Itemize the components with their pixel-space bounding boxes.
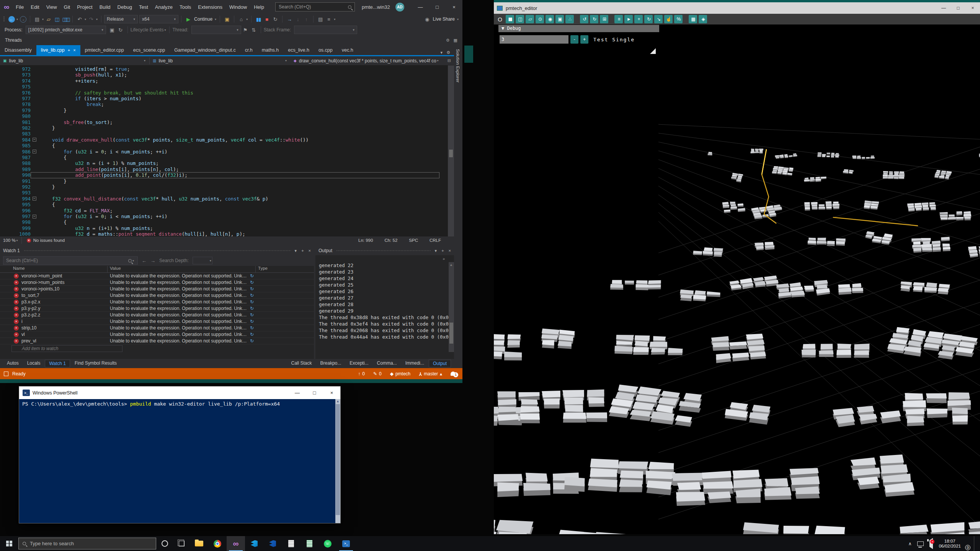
menu-file[interactable]: File <box>12 3 27 11</box>
panel-tab-Locals[interactable]: Locals <box>23 360 44 367</box>
steps-input[interactable]: 3 <box>500 35 568 44</box>
taskbar-search[interactable]: Type here to search <box>18 538 156 549</box>
panel-tab-Excepti...[interactable]: Excepti... <box>346 360 372 367</box>
watch-row[interactable]: ×iUnable to evaluate the expression. Ope… <box>0 318 314 325</box>
menu-test[interactable]: Test <box>136 3 152 11</box>
menu-git[interactable]: Git <box>60 3 74 11</box>
chrome-button[interactable] <box>208 536 227 551</box>
3d-viewport[interactable]: ▼ Debug 3 - + Test Single <box>494 24 980 534</box>
restart-icon[interactable]: ↻ <box>271 15 279 23</box>
panel-tab-Autos[interactable]: Autos <box>3 360 23 367</box>
network-icon[interactable] <box>917 541 924 546</box>
tab-Disassembly[interactable]: Disassembly <box>0 45 36 55</box>
select-icon[interactable]: ► <box>624 15 633 23</box>
pending-edits[interactable]: ✎ 0 <box>373 371 382 377</box>
fold-marker-icon[interactable]: − <box>33 150 36 153</box>
branch-indicator[interactable]: Y master ▴ <box>419 371 442 377</box>
maximize-button[interactable]: □ <box>429 0 446 14</box>
overflow-chevron-icon[interactable]: » <box>443 257 445 261</box>
search-depth-dropdown[interactable]: ▾ <box>193 257 212 264</box>
powershell-button[interactable]: >_ <box>337 536 355 551</box>
grab-icon[interactable]: ☝ <box>664 15 673 23</box>
tab-ecs_scene.cpp[interactable]: ecs_scene.cpp <box>129 45 170 55</box>
continue-button[interactable]: Continue <box>194 16 212 22</box>
whatsapp-button[interactable]: ☏ <box>318 536 337 551</box>
tab-cr.h[interactable]: cr.h <box>240 45 257 55</box>
physics-icon[interactable]: ∴ <box>565 15 574 23</box>
debug-panel-header[interactable]: ▼ Debug <box>498 25 659 32</box>
pin-icon[interactable]: + <box>68 48 70 52</box>
watch-row[interactable]: ×vlUnable to evaluate the expression. Op… <box>0 331 314 338</box>
watch-row[interactable]: ×voronoi->num_pointsUnable to evaluate t… <box>0 279 314 286</box>
minimize-button[interactable]: — <box>936 2 951 14</box>
navigate-back-icon[interactable]: ← <box>8 16 15 23</box>
attach-process-icon[interactable]: ▣ <box>223 15 231 23</box>
watch-row[interactable]: ×voronoi->num_pointUnable to evaluate th… <box>0 273 314 279</box>
powershell-scrollbar[interactable]: ▲ <box>335 399 340 523</box>
menu-help[interactable]: Help <box>250 3 268 11</box>
pause-icon[interactable]: ▮▮ <box>506 15 514 23</box>
undo-icon[interactable]: ↶ <box>76 15 83 23</box>
pin-icon[interactable]: + <box>441 248 444 253</box>
hot-reload-icon[interactable]: ⌂ <box>237 15 245 23</box>
stack-frame-dropdown[interactable]: ▾ <box>294 26 357 34</box>
refresh-icon[interactable]: ↻ <box>248 312 256 318</box>
watch-row[interactable]: ×prev_vlUnable to evaluate the expressio… <box>0 338 314 344</box>
vscode-button[interactable] <box>245 536 263 551</box>
menu-edit[interactable]: Edit <box>27 3 42 11</box>
camera-icon[interactable]: ▣ <box>555 15 564 23</box>
toolbar-grip[interactable] <box>3 16 5 22</box>
notifications-bell[interactable]: 1 <box>451 372 456 376</box>
notepad-button[interactable] <box>282 536 300 551</box>
issues-message[interactable]: No issues found <box>33 238 65 243</box>
search-icon[interactable]: ⊙ <box>536 15 544 23</box>
flag-thread-icon[interactable]: ⚑ <box>242 26 249 34</box>
menu-project[interactable]: Project <box>74 3 96 11</box>
menu-extensions[interactable]: Extensions <box>194 3 226 11</box>
open-folder-icon[interactable]: ▱ <box>45 15 52 23</box>
cube-icon[interactable]: ◈ <box>699 15 707 23</box>
test-single-label[interactable]: Test Single <box>593 37 635 42</box>
document-outline-icon[interactable]: ▤ <box>317 15 324 23</box>
save-all-icon[interactable]: ◫◫ <box>62 15 69 23</box>
panel-drag-texture[interactable] <box>24 250 291 252</box>
show-next-statement-icon[interactable]: → <box>286 15 293 23</box>
refresh-icon[interactable]: ↻ <box>248 319 256 324</box>
vscode-insiders-button[interactable] <box>263 536 282 551</box>
live-share-button[interactable]: Live Share <box>433 16 455 22</box>
refresh-icon[interactable]: ↻ <box>248 293 256 298</box>
scroll-up-icon[interactable]: ▲ <box>449 263 453 267</box>
platform-dropdown[interactable]: x64▾ <box>139 15 178 23</box>
watch-row[interactable]: ×to_sort,7Unable to evaluate the express… <box>0 292 314 299</box>
fold-marker-icon[interactable]: − <box>33 138 36 142</box>
add-watch-input[interactable]: Add item to watch <box>11 345 122 352</box>
pin-icon[interactable]: + <box>301 248 304 253</box>
close-icon[interactable]: × <box>309 248 311 253</box>
breadcrumb-symbol[interactable]: ◆ draw_convex_hull(const vec3f * points,… <box>291 56 444 65</box>
window-position-icon[interactable]: ▾ <box>295 248 297 253</box>
fold-marker-icon[interactable]: − <box>33 197 36 201</box>
breadcrumb-module[interactable]: ▥ live_lib ▾ <box>150 56 291 65</box>
fold-marker-icon[interactable]: − <box>33 215 36 218</box>
panel-tab-Immedi...[interactable]: Immedi... <box>402 360 428 367</box>
close-button[interactable]: × <box>323 386 340 399</box>
watch-row[interactable]: ×p3.y-p2.yUnable to evaluate the express… <box>0 305 314 312</box>
menu-view[interactable]: View <box>43 3 60 11</box>
column-value[interactable]: Value <box>108 266 256 272</box>
stop-icon[interactable]: ■ <box>263 15 271 23</box>
task-view-button[interactable] <box>173 536 190 551</box>
breadcrumb-scope[interactable]: ▣ live_lib ▾ <box>0 56 149 65</box>
output-console[interactable]: » generated 22 generated 23 generated 24… <box>315 255 454 359</box>
pane-layout-icon[interactable]: ▦ <box>454 38 457 43</box>
undo-icon[interactable]: ↺ <box>580 15 588 23</box>
panel-tab-Watch 1[interactable]: Watch 1 <box>45 360 70 367</box>
refresh-icon[interactable]: ↻ <box>248 273 256 279</box>
navigate-forward-icon[interactable]: → <box>20 16 26 23</box>
column-name[interactable]: Name <box>0 266 108 272</box>
minimize-button[interactable]: — <box>289 386 306 399</box>
repo-indicator[interactable]: ◆ pmtech <box>390 371 411 377</box>
close-icon[interactable]: × <box>449 248 451 253</box>
thread-updown-icon[interactable]: ⇅ <box>250 26 258 34</box>
tab-vec.h[interactable]: vec.h <box>337 45 358 55</box>
menu-debug[interactable]: Debug <box>114 3 136 11</box>
